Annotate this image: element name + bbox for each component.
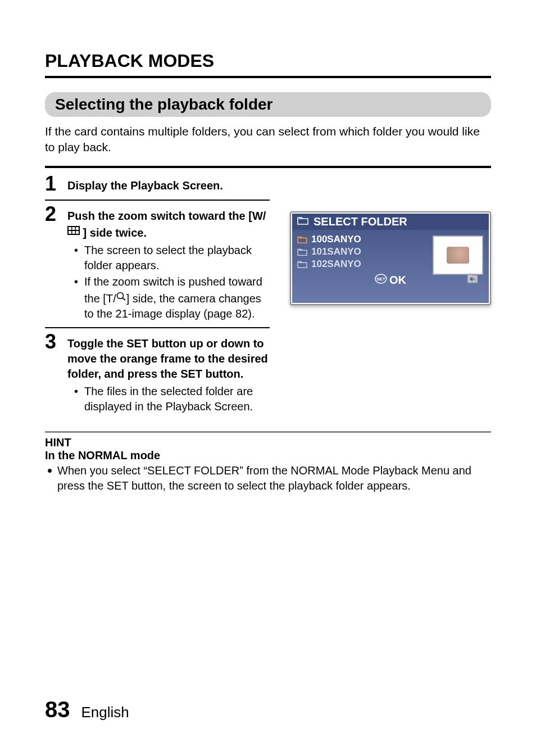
page-number: 83 <box>45 697 70 722</box>
step-2: 2 Push the zoom switch toward the [W/ ] … <box>45 200 270 322</box>
bullet-text: If the zoom switch is pushed toward the … <box>84 275 262 320</box>
bullet-list: The screen to select the playback folder… <box>67 243 270 322</box>
svg-text:SET: SET <box>376 277 385 282</box>
hint-divider <box>45 431 491 433</box>
step-content: Push the zoom switch toward the [W/ ] si… <box>67 204 270 322</box>
screen-title: SELECT FOLDER <box>314 215 407 228</box>
folder-name: 100SANYO <box>311 233 361 246</box>
hint-body: When you select “SELECT FOLDER” from the… <box>57 463 491 494</box>
folder-icon <box>297 260 308 269</box>
step-number: 1 <box>45 174 57 194</box>
step-content: Toggle the SET button up or down to move… <box>67 332 270 414</box>
screen-title-bar: SELECT FOLDER <box>292 214 489 230</box>
hint-label: HINT <box>45 436 491 449</box>
step-content: Display the Playback Screen. <box>67 174 270 193</box>
step-number: 3 <box>45 332 57 352</box>
back-icon <box>465 273 480 287</box>
bullet-icon: • <box>45 463 53 494</box>
magnify-icon <box>116 289 126 305</box>
thumbnail-image <box>447 247 469 264</box>
page-title: PLAYBACK MODES <box>45 51 491 71</box>
hint-body-wrap: • When you select “SELECT FOLDER” from t… <box>45 463 491 494</box>
ok-label: OK <box>389 274 406 287</box>
screen-frame: SELECT FOLDER 100SANYO 101SANYO 102SANYO <box>290 211 491 305</box>
language-label: English <box>81 704 129 721</box>
hint-subtitle: In the NORMAL mode <box>45 449 491 462</box>
grid-icon <box>67 224 80 239</box>
screen-body: 100SANYO 101SANYO 102SANYO SET <box>292 230 489 303</box>
camera-screen: SELECT FOLDER 100SANYO 101SANYO 102SANYO <box>290 211 491 305</box>
thumbnail <box>433 236 483 275</box>
list-item: The files in the selected folder are dis… <box>67 384 270 414</box>
folder-name: 101SANYO <box>311 246 361 258</box>
step-instruction: Display the Playback Screen. <box>67 179 223 192</box>
svg-point-7 <box>117 292 123 298</box>
step-text-post2: ] side twice. <box>83 227 147 239</box>
svg-rect-6 <box>76 231 79 234</box>
svg-line-8 <box>122 298 125 300</box>
svg-rect-5 <box>72 231 75 234</box>
divider <box>45 166 491 168</box>
folder-icon <box>297 247 308 256</box>
step-number: 2 <box>45 204 57 224</box>
svg-rect-4 <box>69 231 71 234</box>
title-underline <box>45 76 491 78</box>
page-footer: 83 English <box>45 697 129 722</box>
folder-icon <box>297 235 308 244</box>
step-3: 3 Toggle the SET button up or down to mo… <box>45 327 270 414</box>
svg-rect-1 <box>69 227 71 230</box>
bullet-list: The files in the selected folder are dis… <box>67 384 270 414</box>
screen-footer: SET OK <box>297 270 484 289</box>
intro-text: If the card contains multiple folders, y… <box>45 124 491 156</box>
section-header: Selecting the playback folder <box>45 92 491 117</box>
step-instruction: Push the zoom switch toward the [W/ ] si… <box>67 210 266 239</box>
svg-rect-3 <box>76 227 79 230</box>
set-icon: SET <box>375 274 387 287</box>
folder-name: 102SANYO <box>311 258 361 270</box>
step-instruction: Toggle the SET button up or down to move… <box>67 337 268 380</box>
step-text-pre: Push the zoom switch toward the [W/ <box>67 210 266 222</box>
list-item: If the zoom switch is pushed toward the … <box>67 274 270 322</box>
folder-icon <box>297 215 309 228</box>
list-item: The screen to select the playback folder… <box>67 243 270 273</box>
step-1: 1 Display the Playback Screen. <box>45 174 270 194</box>
svg-rect-2 <box>72 227 75 230</box>
